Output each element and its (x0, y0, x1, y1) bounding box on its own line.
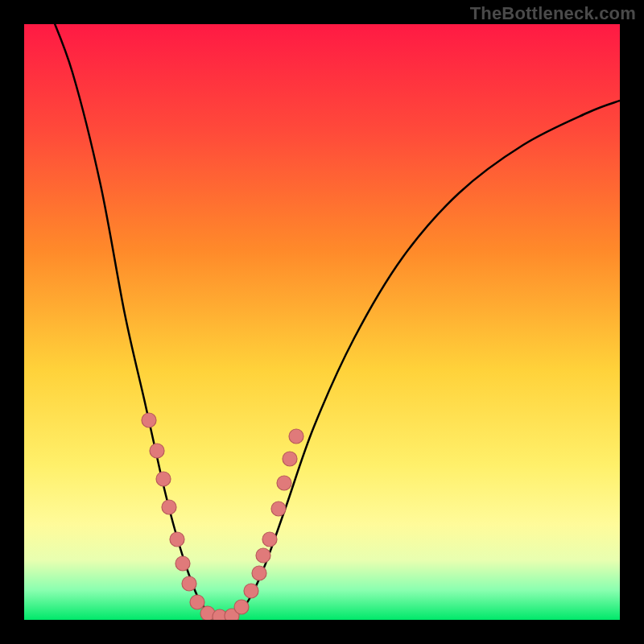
highlight-dot (289, 429, 303, 444)
highlight-dot (262, 532, 277, 547)
highlight-dot (234, 600, 249, 614)
chart-svg (24, 24, 620, 620)
watermark-text: TheBottleneck.com (470, 3, 636, 24)
highlight-dot (190, 595, 204, 609)
highlight-dot (182, 576, 196, 591)
highlight-dot (162, 500, 176, 514)
bottleneck-curve (48, 24, 620, 619)
highlight-dots-group (142, 413, 303, 620)
highlight-dot (244, 584, 258, 598)
highlight-dot (156, 472, 171, 486)
highlight-dot (271, 502, 286, 516)
highlight-dot (252, 566, 266, 580)
highlight-dot (170, 532, 184, 547)
highlight-dot (175, 556, 190, 571)
highlight-dot (150, 444, 164, 458)
highlight-dot (256, 548, 270, 563)
highlight-dot (277, 476, 291, 490)
highlight-dot (283, 452, 297, 466)
chart-plot-area (24, 24, 620, 620)
highlight-dot (142, 413, 156, 427)
chart-stage: TheBottleneck.com (0, 0, 644, 644)
